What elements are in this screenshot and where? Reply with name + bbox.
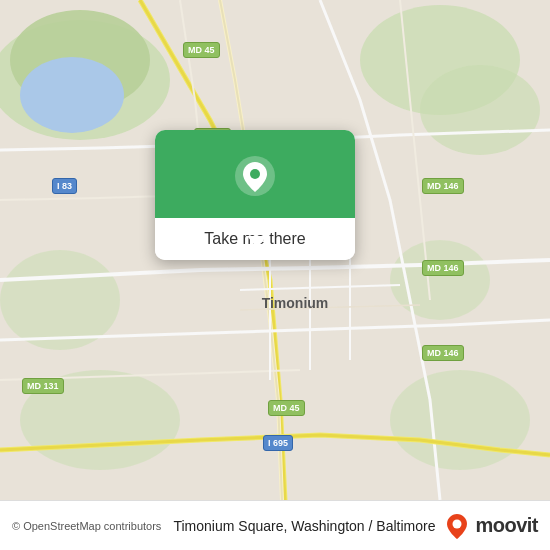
svg-point-9 [390,370,530,470]
popup-green-header [155,130,355,218]
road-badge-md45-top: MD 45 [183,42,220,58]
osm-credit: © OpenStreetMap contributors [12,520,165,532]
location-title: Timonium Square, Washington / Baltimore [173,518,435,534]
road-badge-i83: I 83 [52,178,77,194]
map-container[interactable]: Timonium MD 45 MD 45 I 83 MD 146 MD 146 … [0,0,550,500]
road-badge-md146-2: MD 146 [422,260,464,276]
svg-point-5 [420,65,540,155]
bottom-bar: © OpenStreetMap contributors Timonium Sq… [0,500,550,550]
road-badge-md45-bot: MD 45 [268,400,305,416]
svg-point-7 [0,250,120,350]
moovit-logo: moovit [443,512,538,540]
moovit-text: moovit [475,514,538,537]
location-pin-icon [233,154,277,198]
road-badge-md131: MD 131 [22,378,64,394]
road-badge-i695: I 695 [263,435,293,451]
svg-point-3 [20,57,124,133]
svg-text:Timonium: Timonium [262,295,329,311]
popup-tail [247,236,267,248]
road-badge-md146-3: MD 146 [422,345,464,361]
svg-point-12 [250,169,260,179]
svg-point-13 [453,519,462,528]
road-badge-md146-1: MD 146 [422,178,464,194]
moovit-pin-icon [443,512,471,540]
